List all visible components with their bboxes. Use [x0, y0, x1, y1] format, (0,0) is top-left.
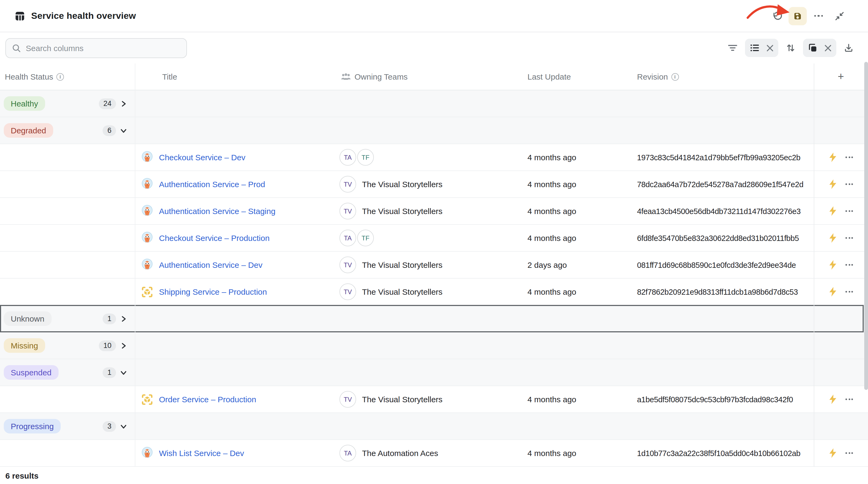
- scorecard-bolt-icon[interactable]: [829, 206, 837, 216]
- title-cell: Authentication Service – Staging: [135, 198, 337, 224]
- search-placeholder: Search columns: [26, 43, 84, 52]
- teams-cell: TATF: [337, 225, 524, 251]
- table-row: Shipping Service – Production TVThe Visu…: [0, 279, 868, 306]
- info-icon[interactable]: i: [671, 73, 679, 80]
- sort-button[interactable]: [783, 40, 798, 55]
- more-options-button[interactable]: [809, 7, 828, 25]
- scorecard-bolt-icon[interactable]: [829, 448, 837, 458]
- entity-link[interactable]: Shipping Service – Production: [159, 287, 267, 296]
- teams-cell: TVThe Visual Storytellers: [337, 386, 524, 412]
- row-more-options-button[interactable]: [845, 398, 853, 400]
- team-avatar[interactable]: TV: [339, 283, 356, 300]
- chevron-down-icon[interactable]: [120, 369, 127, 376]
- team-avatar[interactable]: TV: [339, 391, 356, 408]
- title-cell: Authentication Service – Dev: [135, 252, 337, 278]
- clear-view-button[interactable]: [763, 40, 776, 55]
- row-more-options-button[interactable]: [845, 291, 853, 292]
- group-by-button[interactable]: [805, 40, 820, 55]
- row-more-options-button[interactable]: [845, 452, 853, 454]
- status-badge: Degraded: [4, 123, 53, 138]
- team-avatar[interactable]: TA: [339, 230, 356, 246]
- entity-link[interactable]: Authentication Service – Prod: [159, 180, 265, 189]
- row-more-options-button[interactable]: [845, 237, 853, 239]
- group-count-badge: 1: [103, 367, 116, 378]
- team-name: The Visual Storytellers: [362, 206, 443, 216]
- column-header-health-status[interactable]: Health Status i: [0, 72, 135, 81]
- entity-link[interactable]: Wish List Service – Dev: [159, 449, 244, 458]
- table-row: Authentication Service – Prod TVThe Visu…: [0, 171, 868, 198]
- scorecard-bolt-icon[interactable]: [829, 152, 837, 163]
- table-row: Order Service – Production TVThe Visual …: [0, 386, 868, 413]
- entity-link[interactable]: Authentication Service – Dev: [159, 260, 262, 269]
- group-row[interactable]: Missing 10: [0, 332, 868, 359]
- group-cell: Unknown 1: [0, 306, 135, 332]
- chevron-right-icon[interactable]: [120, 100, 127, 107]
- group-row[interactable]: Degraded 6: [0, 117, 868, 144]
- chevron-right-icon[interactable]: [120, 315, 127, 322]
- chevron-down-icon[interactable]: [120, 126, 127, 134]
- entity-link[interactable]: Authentication Service – Staging: [159, 206, 276, 216]
- entity-link[interactable]: Order Service – Production: [159, 395, 256, 404]
- table-row: Authentication Service – Staging TVThe V…: [0, 198, 868, 225]
- status-badge: Progressing: [4, 419, 61, 433]
- column-divider: [135, 63, 135, 467]
- save-button[interactable]: [788, 7, 807, 25]
- filter-button[interactable]: [725, 40, 740, 55]
- teams-cell: TVThe Visual Storytellers: [337, 252, 524, 278]
- team-avatar[interactable]: TV: [339, 257, 356, 273]
- actions-column-divider: [814, 63, 814, 467]
- clear-group-by-button[interactable]: [821, 40, 834, 55]
- title-cell: Checkout Service – Dev: [135, 144, 337, 170]
- actions-cell: [814, 386, 868, 412]
- team-avatar[interactable]: TV: [339, 176, 356, 193]
- team-avatar[interactable]: TA: [339, 149, 356, 166]
- column-header-last-update[interactable]: Last Update: [524, 72, 634, 81]
- group-row[interactable]: Progressing 3: [0, 413, 868, 440]
- scorecard-bolt-icon[interactable]: [829, 394, 837, 404]
- group-row[interactable]: Unknown 1: [0, 306, 868, 332]
- download-button[interactable]: [841, 40, 856, 55]
- column-header-owning-teams[interactable]: Owning Teams: [337, 72, 524, 81]
- group-row[interactable]: Healthy 24: [0, 90, 868, 117]
- scorecard-bolt-icon[interactable]: [829, 179, 837, 189]
- chevron-down-icon[interactable]: [120, 422, 127, 430]
- group-cell: Degraded 6: [0, 117, 135, 144]
- entity-link[interactable]: Checkout Service – Production: [159, 233, 270, 243]
- entity-link[interactable]: Checkout Service – Dev: [159, 153, 245, 162]
- list-view-button[interactable]: [747, 40, 762, 55]
- table-row: Checkout Service – Production TATF 4 mon…: [0, 225, 868, 252]
- team-avatar[interactable]: TA: [339, 445, 356, 461]
- group-row[interactable]: Suspended 1: [0, 359, 868, 386]
- actions-cell: [814, 440, 868, 466]
- service-health-overview-page: Service health overview: [0, 0, 868, 484]
- teams-cell: TVThe Visual Storytellers: [337, 198, 524, 224]
- scorecard-bolt-icon[interactable]: [829, 287, 837, 297]
- search-input[interactable]: Search columns: [5, 38, 187, 58]
- row-more-options-button[interactable]: [845, 210, 853, 212]
- scorecard-bolt-icon[interactable]: [829, 233, 837, 243]
- add-column-button[interactable]: +: [814, 70, 868, 83]
- row-more-options-button[interactable]: [845, 183, 853, 185]
- group-by-pill: [803, 39, 836, 57]
- chevron-right-icon[interactable]: [120, 342, 127, 349]
- last-update-cell: 4 months ago: [524, 171, 634, 197]
- team-name: The Visual Storytellers: [362, 180, 443, 189]
- squid-icon: [140, 150, 154, 164]
- team-name: The Visual Storytellers: [362, 395, 443, 404]
- team-avatar[interactable]: TF: [357, 230, 374, 246]
- column-header-revision[interactable]: Revision i: [634, 72, 814, 81]
- team-avatar[interactable]: TV: [339, 203, 356, 220]
- scorecard-bolt-icon[interactable]: [829, 260, 837, 270]
- vertical-scrollbar[interactable]: [864, 62, 868, 390]
- team-name: The Visual Storytellers: [362, 260, 443, 269]
- collapse-widget-button[interactable]: [830, 7, 849, 25]
- title-cell: Shipping Service – Production: [135, 279, 337, 305]
- team-avatar[interactable]: TF: [357, 149, 374, 166]
- last-update-cell: 4 months ago: [524, 225, 634, 251]
- row-more-options-button[interactable]: [845, 264, 853, 266]
- row-more-options-button[interactable]: [845, 156, 853, 158]
- actions-cell: [814, 279, 868, 305]
- info-icon[interactable]: i: [56, 73, 64, 80]
- undo-button[interactable]: [768, 7, 786, 25]
- column-header-title[interactable]: Title: [135, 72, 337, 81]
